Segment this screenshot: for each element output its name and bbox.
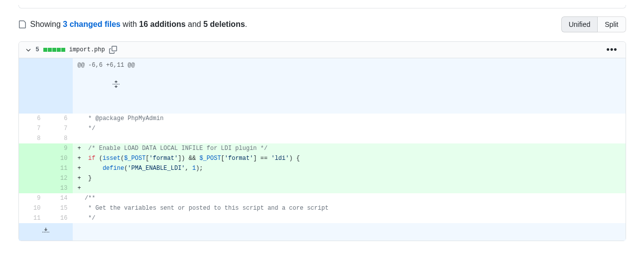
expand-hunk-button[interactable]	[19, 58, 73, 114]
diffstat-blocks	[43, 48, 65, 52]
diff-view-toggle: Unified Split	[561, 16, 626, 32]
expand-placeholder	[73, 223, 626, 241]
diff-line-context: 914 /**	[19, 193, 626, 203]
hunk-header-row: @@ -6,6 +6,11 @@	[19, 58, 626, 114]
diff-line-context: 1116 */	[19, 213, 626, 223]
summary-and: and	[186, 20, 204, 28]
diff-table: @@ -6,6 +6,11 @@ 66 * @package PhpMyAdmi…	[19, 58, 626, 241]
line-number-old[interactable]	[19, 143, 46, 153]
kebab-icon: •••	[607, 44, 618, 54]
diff-summary-sentence: Showing 3 changed files with 16 addition…	[30, 20, 248, 29]
line-number-old[interactable]	[19, 153, 46, 163]
summary-additions: 16 additions	[139, 20, 185, 28]
summary-period: .	[245, 20, 247, 28]
line-number-old[interactable]	[19, 183, 46, 193]
line-number-new[interactable]: 16	[46, 213, 73, 223]
code-cell: + define('PMA_ENABLE_LDI', 1);	[73, 163, 626, 173]
code-cell	[73, 133, 626, 143]
code-cell: */	[73, 213, 626, 223]
chevron-down-icon	[25, 46, 32, 53]
line-number-old[interactable]: 9	[19, 193, 46, 203]
line-number-new[interactable]: 11	[46, 163, 73, 173]
summary-deletions: 5 deletions	[203, 20, 245, 28]
expand-down-icon	[42, 226, 50, 238]
code-cell: + if (isset($_POST['format']) && $_POST[…	[73, 153, 626, 163]
diff-line-addition: 12+ }	[19, 173, 626, 183]
summary-showing: Showing	[30, 20, 63, 28]
code-cell: +	[73, 183, 626, 193]
code-cell: + }	[73, 173, 626, 183]
file-header-left: 5 import.php	[25, 46, 117, 54]
line-number-new[interactable]: 13	[46, 183, 73, 193]
diff-line-context: 77 */	[19, 124, 626, 133]
diff-line-addition: 9+ /* Enable LOAD DATA LOCAL INFILE for …	[19, 143, 626, 153]
line-number-old[interactable]: 7	[19, 124, 46, 133]
file-diff: 5 import.php •••	[18, 41, 626, 241]
line-number-old[interactable]	[19, 163, 46, 173]
unified-button[interactable]: Unified	[561, 16, 598, 32]
line-number-new[interactable]: 10	[46, 153, 73, 163]
line-number-old[interactable]: 11	[19, 213, 46, 223]
code-cell: /**	[73, 193, 626, 203]
line-number-old[interactable]	[19, 173, 46, 183]
diff-line-addition: 11+ define('PMA_ENABLE_LDI', 1);	[19, 163, 626, 173]
diffstat-add-block	[57, 48, 61, 52]
diff-line-addition: 13+	[19, 183, 626, 193]
expand-down-row	[19, 223, 626, 241]
collapse-file-button[interactable]	[25, 46, 32, 53]
file-diff-icon	[18, 20, 26, 28]
diffstat-add-block	[61, 48, 65, 52]
line-number-new[interactable]: 12	[46, 173, 73, 183]
diff-line-context: 66 * @package PhpMyAdmin	[19, 114, 626, 124]
diff-line-addition: 10+ if (isset($_POST['format']) && $_POS…	[19, 153, 626, 163]
line-number-new[interactable]: 6	[46, 114, 73, 124]
code-cell: * Get the variables sent or posted to th…	[73, 203, 626, 213]
line-number-new[interactable]: 7	[46, 124, 73, 133]
line-number-new[interactable]: 9	[46, 143, 73, 153]
diffstat-add-block	[52, 48, 56, 52]
code-cell: * @package PhpMyAdmin	[73, 114, 626, 124]
diff-line-context: 88	[19, 133, 626, 143]
diff-summary-row: Showing 3 changed files with 16 addition…	[18, 13, 626, 40]
line-number-new[interactable]: 14	[46, 193, 73, 203]
split-button[interactable]: Split	[598, 16, 626, 32]
diffstat-add-block	[48, 48, 52, 52]
line-number-new[interactable]: 8	[46, 133, 73, 143]
changed-files-link[interactable]: 3 changed files	[63, 20, 121, 28]
file-name[interactable]: import.php	[69, 46, 105, 53]
line-number-old[interactable]: 10	[19, 203, 46, 213]
code-cell: + /* Enable LOAD DATA LOCAL INFILE for L…	[73, 143, 626, 153]
summary-with: with	[121, 20, 139, 28]
file-change-count: 5	[36, 46, 39, 53]
file-actions-menu-button[interactable]: •••	[605, 46, 620, 54]
file-header: 5 import.php •••	[19, 42, 626, 58]
diff-summary-text: Showing 3 changed files with 16 addition…	[18, 20, 248, 29]
previous-panel-bottom-border	[18, 5, 626, 8]
hunk-header-text: @@ -6,6 +6,11 @@	[73, 58, 626, 114]
expand-down-button[interactable]	[19, 223, 73, 241]
expand-all-icon	[62, 70, 120, 102]
code-cell: */	[73, 124, 626, 133]
line-number-old[interactable]: 8	[19, 133, 46, 143]
copy-path-button[interactable]	[109, 46, 117, 54]
line-number-old[interactable]: 6	[19, 114, 46, 124]
diff-line-context: 1015 * Get the variables sent or posted …	[19, 203, 626, 213]
diffstat-add-block	[43, 48, 47, 52]
line-number-new[interactable]: 15	[46, 203, 73, 213]
